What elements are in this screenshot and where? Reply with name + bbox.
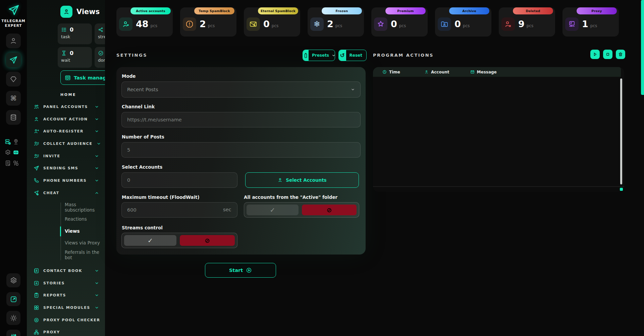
sidebar-item-views[interactable]: Views	[27, 225, 105, 237]
swap-modules-icon[interactable]	[12, 160, 19, 166]
file-check-icon[interactable]	[4, 160, 11, 166]
rail-external-link-button[interactable]	[6, 292, 20, 306]
toggle-off-segment[interactable]: ⊘	[302, 205, 357, 215]
sidebar: Views 0 task 0 stream 0	[27, 0, 105, 336]
sidebar-item-contact-book[interactable]: CONTACT BOOK	[27, 265, 105, 277]
stat-wait-value: 0	[70, 50, 73, 56]
external-link-icon	[10, 295, 17, 303]
toggle-on-segment[interactable]: ✓	[247, 205, 299, 215]
stop-icon	[605, 52, 610, 57]
sidebar-item-panel-accounts[interactable]: PANEL ACCOUNTS	[27, 101, 105, 113]
channel-link-label: Channel Link	[122, 104, 155, 109]
sidebar-item-special-modules[interactable]: SPECIAL MODULES	[27, 301, 105, 314]
chevron-down-icon	[95, 281, 99, 285]
play-circle-icon	[246, 267, 252, 273]
sidebar-item-reports[interactable]: REPORTS	[27, 289, 105, 301]
page-header: Views	[60, 6, 100, 18]
card-pill: Temp SpamBlock	[194, 7, 234, 14]
phone-icon	[34, 178, 39, 183]
chevron-down-icon	[95, 105, 99, 109]
sidebar-item-views-via-proxy[interactable]: Views via Proxy	[27, 237, 105, 249]
chevron-down-icon	[95, 269, 99, 273]
folder-person-icon	[438, 17, 451, 31]
card-unit: pcs	[335, 23, 342, 28]
sidebar-item-auto-register[interactable]: AUTO-REGISTER	[27, 125, 105, 137]
presets-button[interactable]: Presets	[303, 50, 335, 61]
actions-stop-button[interactable]	[603, 50, 612, 59]
reset-label: Reset	[346, 53, 366, 58]
stat-stream-label: stream	[98, 34, 105, 39]
clipboard-icon	[34, 292, 39, 298]
page-scrollbar[interactable]	[641, 0, 644, 336]
timeout-input[interactable]	[121, 202, 237, 218]
card-pill: Proxy	[577, 7, 617, 14]
rail-theme-button[interactable]	[6, 311, 20, 325]
rail-telegram-button[interactable]	[6, 53, 21, 67]
column-message: Message	[470, 70, 497, 74]
envelope-icon	[470, 70, 475, 74]
submenu-active-indicator	[60, 226, 61, 236]
rail-command-button[interactable]: ⌘	[6, 91, 21, 106]
actions-scrollbar[interactable]	[620, 78, 622, 184]
telegram-expert-logo-icon	[8, 4, 20, 16]
actions-clear-button[interactable]	[616, 50, 625, 59]
reset-button[interactable]: ↺ Reset	[338, 50, 367, 61]
sidebar-item-referrals-in-the-bot[interactable]: Referrals in the bot	[27, 249, 105, 261]
sidebar-item-phone-numbers[interactable]: PHONE NUMBERS	[27, 174, 105, 187]
rail-sliders-button[interactable]	[6, 330, 20, 336]
person-icon	[34, 116, 39, 122]
sidebar-item-mass-subscriptions[interactable]: Mass subscriptions	[27, 201, 105, 213]
rail-premium-button[interactable]	[6, 72, 21, 87]
program-actions-title: PROGRAM ACTIONS	[373, 53, 434, 58]
sidebar-nav-bottom: CONTACT BOOK STORIES REPORTS SPECIAL MOD…	[27, 265, 105, 336]
page-scrollbar-thumb[interactable]	[641, 0, 644, 95]
channel-link-input[interactable]	[121, 112, 361, 127]
number-of-posts-input[interactable]	[121, 142, 361, 158]
sidebar-item-reactions[interactable]: Reactions	[27, 213, 105, 225]
server-check-icon[interactable]	[4, 138, 11, 145]
gear-settings-icon[interactable]	[4, 149, 11, 156]
rail-accounts-button[interactable]	[6, 34, 21, 48]
sidebar-item-collect-audience[interactable]: COLLECT AUDIENCE	[27, 137, 105, 150]
card-pill: Deleted	[513, 7, 553, 14]
sidebar-item-proxy[interactable]: PROXY	[27, 326, 105, 336]
stat-done: 0 done	[95, 47, 105, 68]
contact-book-icon	[34, 268, 39, 274]
select-accounts-button[interactable]: Select Accounts	[245, 172, 359, 188]
sidebar-item-stories[interactable]: STORIES	[27, 277, 105, 289]
code-window-icon[interactable]	[12, 149, 19, 156]
sidebar-item-account-action[interactable]: ACCOUNT ACTION	[27, 113, 105, 125]
diamond-icon	[9, 75, 17, 83]
webcam-icon[interactable]	[12, 138, 19, 145]
start-button[interactable]: Start	[205, 263, 276, 278]
stat-wait-label: wait	[61, 58, 89, 63]
person-plus-icon	[34, 128, 39, 134]
stat-task-value: 0	[70, 26, 73, 33]
rail-settings-button[interactable]	[6, 273, 20, 287]
card-proxy: Proxy 1pcs	[562, 7, 619, 37]
plane-plus-icon	[34, 190, 39, 196]
mode-select[interactable]: Recent Posts	[121, 81, 361, 98]
sidebar-item-home[interactable]: HOME	[60, 93, 76, 97]
select-accounts-count-input[interactable]	[121, 172, 237, 188]
sidebar-item-sending-sms[interactable]: SENDING SMS	[27, 162, 105, 174]
resize-handle[interactable]	[620, 188, 623, 191]
sidebar-item-proxy-pool-checker[interactable]: PROXY POOL CHECKER	[27, 314, 105, 326]
toggle-on-segment[interactable]: ✓	[124, 235, 176, 246]
task-manager-button[interactable]: Task manager 0	[60, 70, 105, 85]
play-icon	[593, 52, 597, 57]
stat-task: 0 task	[58, 23, 92, 44]
person-heart-icon	[119, 17, 132, 31]
paper-plane-icon	[34, 165, 39, 171]
sliders-icon	[10, 333, 17, 336]
plus-square-icon	[34, 280, 39, 286]
toggle-off-segment[interactable]: ⊘	[180, 235, 235, 246]
rail-database-button[interactable]	[6, 110, 21, 125]
sidebar-item-cheat[interactable]: CHEAT	[27, 187, 105, 199]
actions-play-button[interactable]	[590, 50, 600, 59]
card-unit: pcs	[272, 23, 278, 28]
sidebar-item-invite[interactable]: INVITE	[27, 150, 105, 162]
task-manager-label: Task manager	[74, 75, 105, 80]
kanban-icon	[65, 75, 71, 81]
paper-plane-icon	[9, 56, 18, 64]
